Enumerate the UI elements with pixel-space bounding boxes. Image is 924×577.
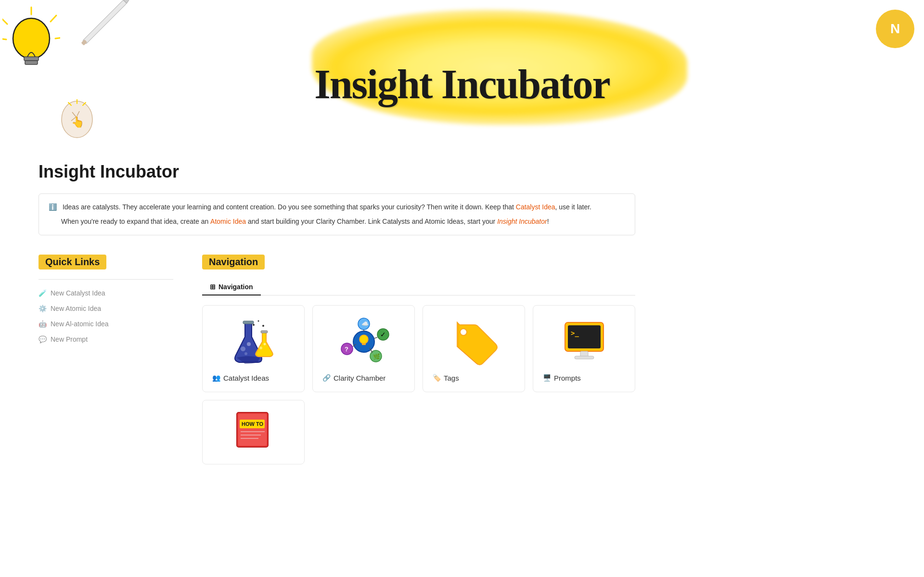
quick-links-list: 🧪 New Catalyst Idea ⚙️ New Atomic Idea 🤖… <box>38 279 173 347</box>
quick-link-catalyst-label: New Catalyst Idea <box>51 289 105 297</box>
svg-line-3 <box>2 18 7 24</box>
svg-text:✓: ✓ <box>380 331 386 338</box>
navigation-header: Navigation <box>202 255 265 269</box>
svg-point-22 <box>263 343 266 345</box>
ai-atomic-icon: 🤖 <box>38 320 47 328</box>
svg-point-21 <box>259 346 262 349</box>
tags-card[interactable]: 🏷️ Tags <box>423 305 525 392</box>
info-text-2: , use it later. <box>555 203 591 211</box>
page-title: Insight Incubator <box>38 162 635 182</box>
svg-text:HOW TO: HOW TO <box>242 421 263 427</box>
svg-rect-48 <box>238 414 267 446</box>
svg-line-2 <box>51 15 56 22</box>
svg-point-25 <box>262 325 264 327</box>
nav-tab-bar: ⊞ Navigation <box>202 279 635 295</box>
navigation-cards-grid: 👥 Catalyst Ideas <box>202 305 635 392</box>
atomic-icon: ⚙️ <box>38 305 47 312</box>
svg-rect-7 <box>25 61 38 64</box>
info-text-1: Ideas are catalysts. They accelerate you… <box>63 203 516 211</box>
tags-icon <box>433 315 515 368</box>
quick-links-section: Quick Links 🧪 New Catalyst Idea ⚙️ New A… <box>38 255 173 347</box>
empty-card-2 <box>312 400 415 464</box>
tags-label: 🏷️ Tags <box>433 374 515 382</box>
svg-point-23 <box>253 324 255 326</box>
prompt-icon: 💬 <box>38 335 47 343</box>
quick-link-ai-atomic[interactable]: 🤖 New Al-atomic Idea <box>38 316 173 332</box>
clarity-chamber-icon: ☁️ ✓ 🌿 ? <box>322 315 405 368</box>
nav-tab-label: Navigation <box>218 283 253 291</box>
svg-rect-20 <box>261 331 268 333</box>
quick-link-prompt[interactable]: 💬 New Prompt <box>38 332 173 347</box>
catalyst-ideas-label: 👥 Catalyst Ideas <box>212 374 295 382</box>
svg-rect-8 <box>82 0 127 44</box>
empty-card-3 <box>423 400 525 464</box>
howto-card[interactable]: HOW TO <box>202 400 305 464</box>
hero-title: Insight Incubator <box>314 60 610 108</box>
insight-incubator-link[interactable]: Insight Incubator <box>497 218 547 225</box>
info-text-3: When you're ready to expand that idea, c… <box>61 218 210 225</box>
quick-links-header: Quick Links <box>38 255 106 269</box>
quick-link-ai-atomic-label: New Al-atomic Idea <box>51 320 109 328</box>
catalyst-idea-link[interactable]: Catalyst Idea <box>516 203 555 211</box>
catalyst-ideas-card[interactable]: 👥 Catalyst Ideas <box>202 305 305 392</box>
svg-line-34 <box>374 337 377 338</box>
main-content: Insight Incubator ℹ️ Ideas are catalysts… <box>0 162 674 484</box>
quick-link-atomic-label: New Atomic Idea <box>51 305 101 312</box>
info-text-5: ! <box>547 218 549 225</box>
svg-rect-46 <box>575 356 594 359</box>
svg-point-19 <box>244 352 247 355</box>
svg-line-4 <box>55 38 60 38</box>
svg-rect-16 <box>243 321 254 324</box>
svg-rect-6 <box>24 57 38 61</box>
clarity-chamber-card[interactable]: ☁️ ✓ 🌿 ? <box>312 305 415 392</box>
notion-avatar: N <box>876 10 914 48</box>
info-icon: ℹ️ <box>49 202 57 212</box>
svg-rect-28 <box>362 343 366 345</box>
quick-link-prompt-label: New Prompt <box>51 335 88 343</box>
svg-point-24 <box>257 320 259 321</box>
navigation-section: Navigation ⊞ Navigation <box>202 255 635 464</box>
hero-egg-decoration: 👆 <box>58 93 96 144</box>
svg-text:👆: 👆 <box>71 115 85 128</box>
hero-banner: Insight Incubator N 👆 <box>0 0 924 154</box>
svg-text:☁️: ☁️ <box>361 320 369 327</box>
svg-point-18 <box>247 342 251 346</box>
prompts-icon: >_ <box>543 315 625 368</box>
svg-text:?: ? <box>345 346 348 353</box>
svg-point-41 <box>460 329 467 335</box>
howto-icon: HOW TO <box>212 410 295 449</box>
svg-text:🌿: 🌿 <box>373 353 380 360</box>
prompts-label: 🖥️ Prompts <box>543 374 625 382</box>
quick-link-atomic[interactable]: ⚙️ New Atomic Idea <box>38 301 173 316</box>
svg-text:>_: >_ <box>571 329 579 337</box>
hero-lightbulb-decoration <box>0 0 63 96</box>
two-column-layout: Quick Links 🧪 New Catalyst Idea ⚙️ New A… <box>38 255 635 464</box>
prompts-card[interactable]: >_ 🖥️ Prompts <box>533 305 635 392</box>
svg-point-27 <box>359 335 368 344</box>
atomic-idea-link[interactable]: Atomic Idea <box>210 218 246 225</box>
navigation-tab[interactable]: ⊞ Navigation <box>202 279 261 295</box>
info-text-4: and start building your Clarity Chamber.… <box>246 218 497 225</box>
info-box: ℹ️ Ideas are catalysts. They accelerate … <box>38 193 635 235</box>
svg-line-5 <box>2 38 6 39</box>
nav-tab-icon: ⊞ <box>210 283 216 291</box>
hero-pen-decoration <box>68 0 153 57</box>
catalyst-icon: 🧪 <box>38 289 47 297</box>
quick-link-catalyst[interactable]: 🧪 New Catalyst Idea <box>38 285 173 301</box>
clarity-chamber-label: 🔗 Clarity Chamber <box>322 374 405 382</box>
catalyst-ideas-icon <box>212 315 295 368</box>
empty-card-4 <box>533 400 635 464</box>
svg-point-17 <box>241 346 245 351</box>
